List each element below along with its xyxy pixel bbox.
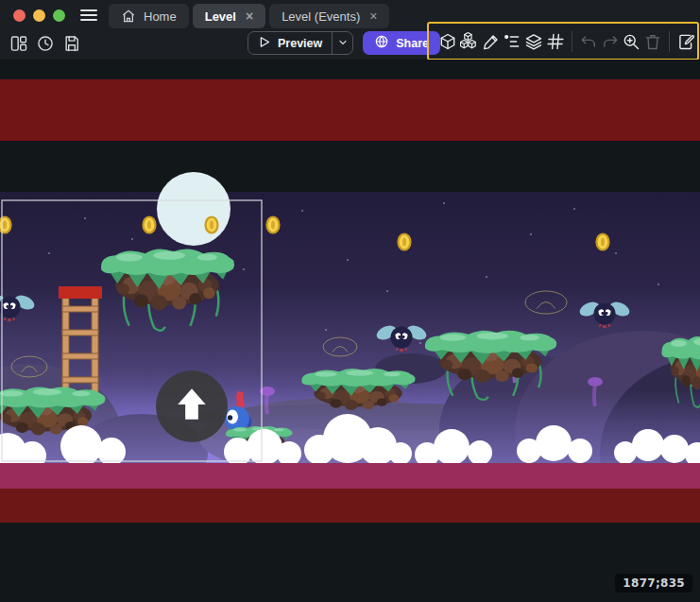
star [419, 342, 421, 344]
pink-ground-band[interactable] [0, 463, 700, 489]
project-manager-icon[interactable] [9, 33, 29, 54]
globe-icon [374, 34, 389, 52]
objects-editor-icon[interactable] [437, 30, 459, 53]
star [84, 217, 86, 219]
tab-bar: HomeLevel×Level (Events)× [109, 4, 389, 28]
star [615, 252, 617, 254]
star [325, 329, 327, 331]
layers-icon[interactable] [523, 30, 545, 53]
tab-label: Level [205, 9, 236, 24]
moon[interactable] [157, 172, 230, 246]
coin[interactable] [597, 234, 609, 250]
coin[interactable] [267, 217, 280, 233]
toolbar-highlight-box [427, 22, 699, 60]
star [301, 210, 303, 212]
tab-level-events[interactable]: Level (Events)× [269, 4, 389, 28]
close-window-button[interactable] [13, 9, 26, 22]
star [243, 268, 245, 270]
instances-list-icon[interactable] [502, 30, 523, 53]
preview-label: Preview [278, 37, 322, 50]
star [573, 208, 575, 210]
tab-label: Home [144, 9, 177, 24]
coin[interactable] [399, 234, 411, 250]
play-icon [257, 35, 271, 52]
cursor-coordinates: 1877;835 [615, 574, 692, 593]
top-red-band[interactable] [0, 79, 700, 141]
touch-up-arrow-control[interactable] [156, 370, 228, 442]
editor-background-bottom [0, 523, 700, 602]
coin[interactable] [144, 217, 156, 233]
edit-scene-icon[interactable] [675, 30, 697, 53]
tab-level[interactable]: Level× [193, 4, 265, 28]
star [657, 284, 659, 285]
preview-dropdown-button[interactable] [332, 32, 352, 54]
toolbar: Preview Share [0, 30, 700, 60]
star [486, 276, 487, 278]
scene-editor-canvas[interactable]: 1877;835 [0, 60, 700, 602]
star [48, 252, 50, 254]
coin[interactable] [206, 217, 218, 233]
game-scene[interactable] [0, 60, 700, 602]
tab-home[interactable]: Home [109, 4, 189, 28]
hamburger-menu-icon[interactable] [80, 9, 97, 21]
star [131, 238, 133, 240]
save-icon[interactable] [61, 33, 82, 54]
preview-button[interactable]: Preview [248, 31, 353, 55]
toolbar-divider [669, 31, 670, 52]
zoom-in-icon[interactable] [621, 30, 642, 53]
app-window: HomeLevel×Level (Events)× Preview Share [0, 0, 700, 602]
toolbar-divider [572, 31, 572, 52]
chevron-down-icon [337, 35, 349, 52]
close-tab-icon[interactable]: × [246, 9, 253, 24]
share-label: Share [396, 37, 429, 50]
home-icon [121, 9, 136, 24]
delete-icon [642, 30, 664, 53]
history-icon[interactable] [35, 33, 56, 54]
star [386, 290, 388, 292]
tab-label: Level (Events) [282, 9, 360, 24]
star [347, 259, 349, 261]
star [530, 233, 532, 235]
maximize-window-button[interactable] [53, 9, 65, 22]
undo-icon [578, 30, 600, 53]
traffic-lights [13, 9, 65, 22]
grid-icon[interactable] [544, 30, 566, 53]
properties-icon[interactable] [480, 30, 502, 53]
up-arrow-icon [173, 386, 211, 427]
bottom-red-band[interactable] [0, 489, 700, 523]
star [443, 202, 445, 204]
redo-icon [599, 30, 621, 53]
close-tab-icon[interactable]: × [369, 9, 377, 24]
minimize-window-button[interactable] [33, 9, 45, 22]
object-groups-icon[interactable] [459, 30, 481, 53]
